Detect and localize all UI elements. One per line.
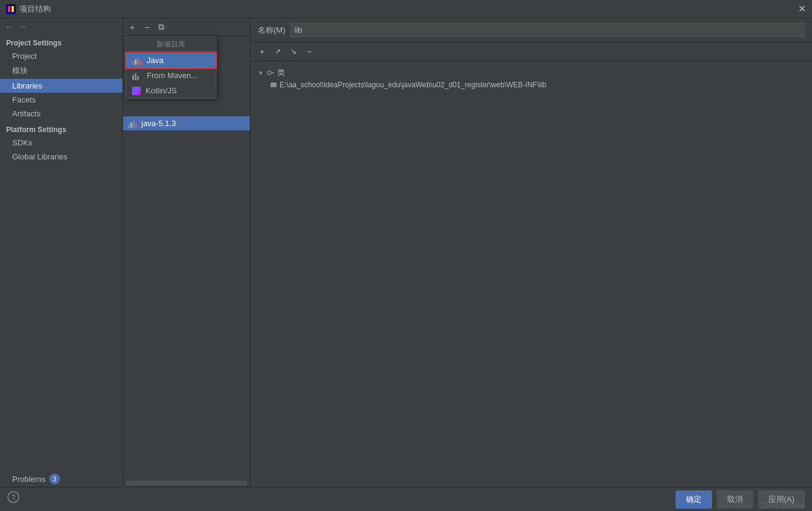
horizontal-scrollbar[interactable] (126, 481, 247, 486)
right-panel: 名称(M) + ↗ ↘ − ▼ (250, 18, 812, 487)
name-input[interactable] (290, 23, 805, 37)
svg-rect-1 (8, 6, 10, 12)
add-url-button[interactable]: ↗ (271, 45, 284, 58)
svg-rect-0 (6, 4, 16, 14)
nav-arrows: ← → (0, 18, 122, 35)
close-button[interactable]: ✕ (798, 4, 806, 14)
tree-root-node: ▼ 类 (258, 66, 805, 79)
path-icon (270, 81, 277, 89)
tree-child-node: E:\aa_school\IdeaProjects\lagou_edu\java… (270, 79, 805, 90)
dropdown-item-from-maven-label: From Maven... (147, 71, 198, 80)
sidebar: ← → Project Settings Project 模块 Librarie… (0, 18, 123, 487)
key-icon (266, 68, 275, 77)
sidebar-item-facets[interactable]: Facets (0, 93, 122, 107)
sidebar-item-project[interactable]: Project (0, 49, 122, 63)
tree-root-label: 类 (277, 67, 285, 78)
tree-toggle[interactable]: ▼ (258, 70, 264, 76)
library-item-icon (128, 119, 138, 128)
title-bar: 项目结构 ✕ (0, 0, 812, 18)
add-class-button[interactable]: + (255, 45, 269, 58)
copy-library-button[interactable]: ⧉ (155, 21, 168, 34)
dropdown-item-kotlin-js-label: Kotlin/JS (146, 86, 176, 95)
dropdown-item-java[interactable]: Java (126, 53, 216, 68)
tree-area: ▼ 类 E:\a (250, 61, 812, 487)
library-item[interactable]: java-5.1.3 (123, 116, 250, 130)
back-arrow[interactable]: ← (5, 22, 13, 32)
confirm-button[interactable]: 确定 (676, 490, 712, 509)
java-icon (132, 56, 142, 65)
library-item-label: java-5.1.3 (141, 119, 176, 128)
dropdown-item-java-label: Java (147, 56, 163, 65)
sidebar-item-libraries[interactable]: Libraries (0, 79, 122, 93)
tree-child-label: E:\aa_school\IdeaProjects\lagou_edu\java… (280, 81, 546, 89)
tree-children: E:\aa_school\IdeaProjects\lagou_edu\java… (270, 79, 805, 90)
sidebar-item-global-libraries[interactable]: Global Libraries (0, 150, 122, 164)
name-row: 名称(M) (250, 18, 812, 42)
bottom-bar: ? 确定 取消 应用(A) CSDN @ittrving (0, 487, 812, 511)
add-library-button[interactable]: + (126, 21, 139, 34)
forward-arrow[interactable]: → (18, 22, 27, 32)
sidebar-item-modules[interactable]: 模块 (0, 63, 122, 79)
dropdown-item-kotlin-js[interactable]: Kotlin/JS (126, 83, 216, 98)
middle-panel: + − ⧉ 新项目库 Java (123, 18, 250, 487)
platform-settings-header: Platform Settings (0, 121, 122, 136)
svg-point-3 (267, 71, 271, 75)
library-toolbar: + − ⧉ (123, 18, 250, 36)
name-label: 名称(M) (258, 25, 286, 36)
problems-badge: 3 (49, 473, 60, 484)
app-icon (6, 4, 16, 14)
svg-rect-6 (270, 82, 277, 87)
svg-rect-2 (12, 6, 14, 12)
library-list: java-5.1.3 (123, 115, 250, 479)
maven-icon (132, 72, 142, 80)
dropdown-item-from-maven[interactable]: From Maven... (126, 68, 216, 83)
title-bar-text: 项目结构 (19, 4, 51, 15)
dropdown-header: 新项目库 (126, 37, 216, 53)
problems-row[interactable]: Problems 3 (0, 471, 122, 487)
cancel-button[interactable]: 取消 (717, 490, 753, 509)
sidebar-item-sdks[interactable]: SDKs (0, 136, 122, 150)
help-icon[interactable]: ? (7, 491, 19, 503)
watermark: CSDN @ittrving (762, 502, 805, 509)
remove-library-button[interactable]: − (140, 21, 153, 34)
problems-label: Problems (12, 475, 45, 484)
new-library-dropdown: 新项目库 Java (126, 36, 216, 99)
add-source-button[interactable]: ↘ (287, 45, 300, 58)
kotlin-icon (132, 87, 141, 95)
sidebar-item-artifacts[interactable]: Artifacts (0, 107, 122, 121)
svg-text:?: ? (12, 493, 16, 502)
right-toolbar: + ↗ ↘ − (250, 42, 812, 61)
project-settings-header: Project Settings (0, 35, 122, 49)
remove-button[interactable]: − (303, 45, 316, 58)
